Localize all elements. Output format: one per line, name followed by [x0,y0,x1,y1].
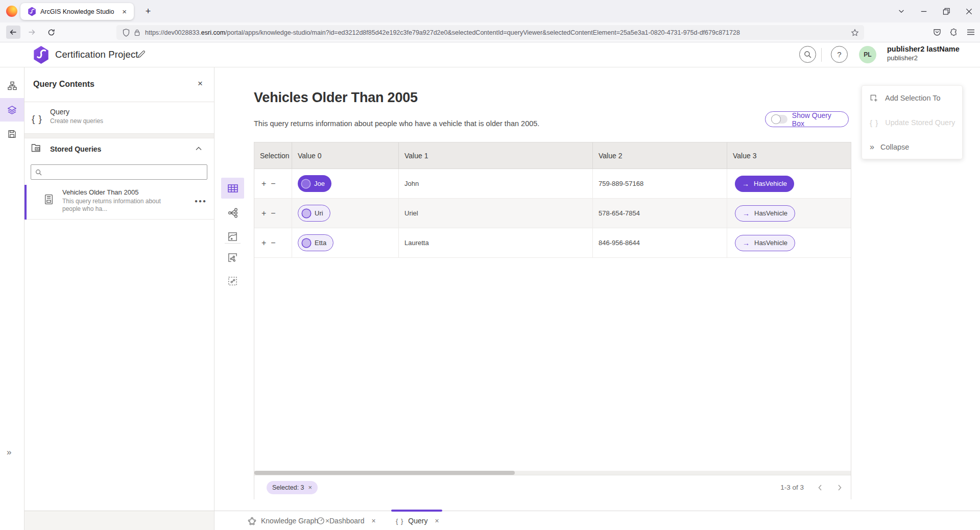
row-remove-icon[interactable]: − [271,209,275,218]
braces-icon: { } [396,517,403,525]
table-row[interactable]: +− Uri Uriel 578-654-7854 →HasVehicle [254,199,851,228]
relationship-pill[interactable]: →HasVehicle [735,176,794,192]
toolbar-divider [225,243,241,244]
contents-layers-icon[interactable] [0,98,24,122]
bookmark-star-icon[interactable] [851,29,859,37]
column-header-value0[interactable]: Value 0 [292,142,399,168]
cell-value: 759-889-57168 [599,180,643,187]
firefox-icon[interactable] [6,6,17,17]
column-header-selection[interactable]: Selection [254,142,292,168]
stored-queries-header[interactable]: Stored Queries [25,138,214,159]
tab-bar-spacer [25,511,214,530]
left-rail [0,67,25,530]
tab-close-icon[interactable]: × [120,7,129,16]
row-add-icon[interactable]: + [261,238,266,248]
panel-title: Query Contents [33,80,94,89]
search-button[interactable] [799,46,816,63]
relationship-pill[interactable]: →HasVehicle [735,235,795,251]
tab-list-icon[interactable] [890,0,913,22]
minimize-icon[interactable] [913,0,935,22]
entity-icon [302,239,310,247]
new-selection-icon[interactable] [221,271,244,292]
menu-item-collapse[interactable]: » Collapse [862,135,962,159]
braces-icon: { } [32,113,42,125]
row-add-icon[interactable]: + [261,209,266,218]
table-row[interactable]: +− Joe John 759-889-57168 →HasVehicle [254,169,851,199]
user-name[interactable]: publisher2 lastName [887,45,960,53]
column-header-value2[interactable]: Value 2 [593,142,727,168]
entity-pill[interactable]: Joe [298,175,331,192]
help-button[interactable]: ? [831,46,848,63]
show-query-box-toggle[interactable]: Show Query Box [765,111,849,127]
close-icon[interactable] [958,0,980,22]
table-row[interactable]: +− Etta Lauretta 846-956-8644 →HasVehicl… [254,228,851,258]
tab-query[interactable]: { } Query × [396,511,439,530]
tab-close-icon[interactable]: × [372,517,376,525]
new-tab-button[interactable]: + [141,4,155,18]
horizontal-scrollbar[interactable] [254,471,851,475]
query-item-subtitle: Create new queries [50,117,103,125]
column-header-value3[interactable]: Value 3 [727,142,851,168]
table-header: Selection Value 0 Value 1 Value 2 Value … [254,142,851,169]
add-selection-icon [870,94,878,103]
back-button[interactable] [6,26,20,39]
entity-pill[interactable]: Uri [298,205,330,222]
query-item-title: Query [50,108,69,116]
stored-query-item[interactable]: Vehicles Older Than 2005 This query retu… [25,185,214,220]
extensions-icon[interactable] [950,28,958,36]
scrollbar-thumb[interactable] [254,471,515,475]
show-query-box-label: Show Query Box [792,111,842,128]
item-options-icon[interactable]: ●●● [195,198,207,204]
menu-item-add-selection-to[interactable]: Add Selection To [862,86,962,110]
menu-hamburger-icon[interactable] [967,29,975,36]
restore-icon[interactable] [935,0,958,22]
browser-tab-bar: ArcGIS Knowledge Studio × + [0,0,980,22]
avatar[interactable]: PL [859,46,876,63]
row-add-icon[interactable]: + [261,179,266,188]
pocket-icon[interactable] [933,28,941,36]
selected-count-chip[interactable]: Selected: 3 × [267,481,318,494]
previous-page-icon[interactable] [817,484,823,491]
row-remove-icon[interactable]: − [271,238,275,248]
map-view-icon[interactable] [221,226,244,247]
data-model-tree-icon[interactable] [0,74,24,98]
add-to-link-chart-icon[interactable] [221,247,244,268]
lock-icon[interactable] [134,29,140,36]
query-item[interactable]: { } Query Create new queries [25,102,214,133]
toggle-switch[interactable] [772,115,787,124]
browser-tab[interactable]: ArcGIS Knowledge Studio × [20,3,134,20]
menu-item-update-stored-query: { } Update Stored Query [862,110,962,135]
arrow-right-icon: → [742,180,749,188]
expand-rail-icon[interactable]: » [7,447,11,457]
selected-indicator [25,185,27,220]
arrow-right-icon: → [743,209,750,218]
tab-close-icon[interactable]: × [435,517,439,525]
clear-selection-icon[interactable]: × [308,484,313,491]
cell-value: John [404,180,419,187]
panel-header: Query Contents × [25,67,214,102]
knowledge-graph-icon [248,517,256,525]
search-input[interactable] [46,168,203,176]
save-icon[interactable] [0,122,24,146]
chevron-up-icon[interactable] [196,147,202,151]
edit-project-icon[interactable] [137,50,146,59]
folder-icon [31,143,42,153]
next-page-icon[interactable] [836,484,843,491]
row-range-label: 1-3 of 3 [780,484,804,491]
forward-button[interactable] [25,26,39,39]
relationship-pill[interactable]: →HasVehicle [735,205,795,222]
stored-queries-search[interactable] [31,164,207,180]
stored-query-icon [44,194,54,205]
arcgis-favicon [28,7,36,16]
shield-icon[interactable] [123,29,130,37]
panel-close-icon[interactable]: × [198,79,203,89]
column-header-value1[interactable]: Value 1 [399,142,593,168]
entity-pill[interactable]: Etta [298,234,333,251]
row-remove-icon[interactable]: − [271,179,275,188]
reload-button[interactable] [44,26,58,39]
link-chart-view-icon[interactable] [221,202,244,223]
table-view-icon[interactable] [221,178,244,199]
stored-queries-title: Stored Queries [50,145,101,153]
url-bar[interactable]: https://dev0028833.esri.com/portal/apps/… [116,25,864,40]
tab-dashboard[interactable]: Dashboard × [317,511,376,530]
